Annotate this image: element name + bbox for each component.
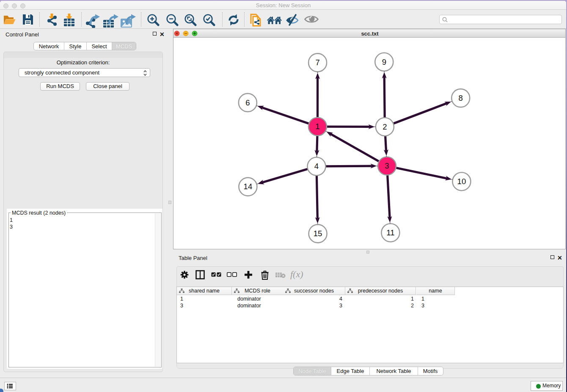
svg-text:11: 11 <box>386 228 394 237</box>
svg-text:4: 4 <box>314 162 319 171</box>
svg-text:7: 7 <box>315 58 319 67</box>
svg-text:8: 8 <box>459 94 463 102</box>
svg-text:1: 1 <box>315 122 319 131</box>
svg-text:2: 2 <box>383 122 387 131</box>
svg-text:3: 3 <box>385 161 389 170</box>
svg-text:10: 10 <box>457 177 466 186</box>
svg-text:6: 6 <box>245 98 250 107</box>
svg-text:14: 14 <box>244 182 253 191</box>
svg-text:9: 9 <box>382 58 386 66</box>
svg-text:15: 15 <box>314 229 322 238</box>
